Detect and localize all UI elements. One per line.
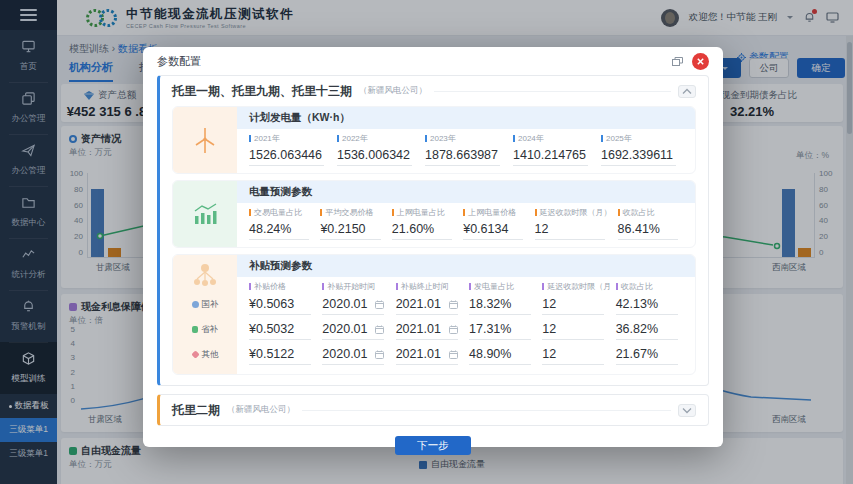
expand-button[interactable] xyxy=(678,404,696,417)
param-config-modal: 参数配置 托里一期、托里九期、托里十三期 （新疆风电公司） 计划发 xyxy=(143,47,723,447)
field-value-input[interactable]: 1692.339611 xyxy=(601,146,676,166)
close-button[interactable] xyxy=(692,53,709,70)
chevron-down-icon xyxy=(682,407,692,414)
field-label: 上网电量占比 xyxy=(397,207,445,218)
field-value-input[interactable]: ¥0.5063 xyxy=(249,295,311,315)
field-value-input[interactable]: ¥0.2150 xyxy=(320,220,380,240)
field-value-input[interactable]: 48.24% xyxy=(249,220,309,240)
subsidy-tree-icon xyxy=(192,262,218,289)
subsidy-row-label-provincial: 省补 xyxy=(192,317,218,342)
calendar-icon[interactable] xyxy=(375,325,384,334)
modal-header: 参数配置 xyxy=(157,47,709,75)
section-subtitle: （新疆风电公司） xyxy=(227,404,295,416)
field-label: 收款占比 xyxy=(623,207,655,218)
other-subsidy-icon xyxy=(191,350,199,358)
field-value-input[interactable]: 21.67% xyxy=(616,345,678,365)
subsidy-row-label-national: 国补 xyxy=(192,292,219,317)
date-value: 2021.01 xyxy=(396,322,441,336)
field-label: 平均交易价格 xyxy=(325,207,373,218)
field-label: 交易电量占比 xyxy=(254,207,302,218)
panel-title: 补贴预测参数 xyxy=(237,255,695,277)
field-value-input[interactable]: 1878.663987 xyxy=(425,146,500,166)
param-field: 交易电量占比 48.24% xyxy=(249,207,314,240)
date-picker-input[interactable]: 2021.01 xyxy=(396,295,458,315)
date-picker-input[interactable]: 2021.01 xyxy=(396,345,458,365)
field-label: 2021年 xyxy=(254,133,280,144)
field-value-input[interactable]: 12 xyxy=(535,220,606,240)
date-picker-input[interactable]: 2020.01 xyxy=(322,345,384,365)
next-step-button[interactable]: 下一步 xyxy=(395,436,471,455)
field-label: 延迟收款时限（月） xyxy=(540,207,612,218)
param-field: 2021年 1526.063446 xyxy=(249,133,331,166)
field-value-input[interactable]: 18.32% xyxy=(469,295,531,315)
param-field: 收款占比 86.41% xyxy=(618,207,683,240)
field-value-input[interactable]: ¥0.5122 xyxy=(249,345,311,365)
date-value: 2020.01 xyxy=(322,322,367,336)
param-field: 延迟收款时限（月） 12 xyxy=(535,207,612,240)
restore-icon xyxy=(672,57,683,66)
date-picker-input[interactable]: 2021.01 xyxy=(396,320,458,340)
field-label: 2022年 xyxy=(342,133,368,144)
section-subtitle: （新疆风电公司） xyxy=(359,85,427,97)
subsidy-row: ¥0.5122 2020.01 2021.01 48.90% 12 21.67% xyxy=(249,342,683,367)
collapse-button[interactable] xyxy=(678,85,696,98)
green-chart-icon xyxy=(192,202,218,226)
field-value-input[interactable]: 86.41% xyxy=(618,220,678,240)
calendar-icon[interactable] xyxy=(449,325,458,334)
panel-title: 计划发电量（KW·h） xyxy=(237,107,695,129)
date-value: 2021.01 xyxy=(396,347,441,361)
date-picker-input[interactable]: 2020.01 xyxy=(322,320,384,340)
param-field: 上网电量价格 ¥0.6134 xyxy=(463,207,528,240)
section-title: 托里二期 xyxy=(172,402,220,419)
project-section-1: 托里一期、托里九期、托里十三期 （新疆风电公司） 计划发电量（KW·h） 202… xyxy=(157,75,709,386)
column-header: 延迟收款时限（月） xyxy=(547,281,609,292)
field-label: 2023年 xyxy=(430,133,456,144)
national-subsidy-icon xyxy=(192,301,199,308)
chevron-up-icon xyxy=(682,88,692,95)
calendar-icon[interactable] xyxy=(449,300,458,309)
panel-title: 电量预测参数 xyxy=(237,181,695,203)
calendar-icon[interactable] xyxy=(375,300,384,309)
subsidy-row: ¥0.5063 2020.01 2021.01 18.32% 12 42.13% xyxy=(249,292,683,317)
divider xyxy=(434,91,671,92)
field-value-input[interactable]: 48.90% xyxy=(469,345,531,365)
calendar-icon[interactable] xyxy=(375,350,384,359)
power-forecast-panel: 电量预测参数 交易电量占比 48.24% 平均交易价格 ¥0.2150 上网电量… xyxy=(172,180,696,248)
field-value-input[interactable]: 1526.063446 xyxy=(249,146,324,166)
field-label: 2025年 xyxy=(606,133,632,144)
param-field: 上网电量占比 21.60% xyxy=(392,207,457,240)
field-value-input[interactable]: 1410.214765 xyxy=(513,146,588,166)
close-icon xyxy=(697,58,704,65)
column-header: 补贴终止时间 xyxy=(401,281,449,292)
subsidy-forecast-panel: 国补 省补 其他 补贴预测参数 补贴价格 补贴开始时间 补贴终止时间 发电量占比… xyxy=(172,254,696,375)
field-value-input[interactable]: ¥0.5032 xyxy=(249,320,311,340)
restore-window-button[interactable] xyxy=(672,52,683,70)
field-label: 上网电量价格 xyxy=(468,207,516,218)
field-value-input[interactable]: 1536.006342 xyxy=(337,146,412,166)
param-field: 2023年 1878.663987 xyxy=(425,133,507,166)
modal-title: 参数配置 xyxy=(157,54,201,69)
plan-generation-panel: 计划发电量（KW·h） 2021年 1526.063446 2022年 1536… xyxy=(172,106,696,174)
row-label-text: 省补 xyxy=(201,324,218,336)
section-title: 托里一期、托里九期、托里十三期 xyxy=(172,83,352,100)
field-value-input[interactable]: 12 xyxy=(542,320,604,340)
subsidy-row: ¥0.5032 2020.01 2021.01 17.31% 12 36.82% xyxy=(249,317,683,342)
project-section-2: 托里二期 （新疆风电公司） xyxy=(157,394,709,426)
date-picker-input[interactable]: 2020.01 xyxy=(322,295,384,315)
calendar-icon[interactable] xyxy=(449,350,458,359)
column-header: 补贴开始时间 xyxy=(327,281,375,292)
field-label: 2024年 xyxy=(518,133,544,144)
wind-turbine-icon xyxy=(192,125,218,155)
row-label-text: 国补 xyxy=(202,299,219,311)
param-field: 2024年 1410.214765 xyxy=(513,133,595,166)
field-value-input[interactable]: 42.13% xyxy=(616,295,678,315)
field-value-input[interactable]: 36.82% xyxy=(616,320,678,340)
provincial-subsidy-icon xyxy=(192,326,198,333)
field-value-input[interactable]: 21.60% xyxy=(392,220,452,240)
field-value-input[interactable]: ¥0.6134 xyxy=(463,220,523,240)
field-value-input[interactable]: 12 xyxy=(542,345,604,365)
row-label-text: 其他 xyxy=(202,349,219,361)
column-header: 发电量占比 xyxy=(474,281,514,292)
field-value-input[interactable]: 17.31% xyxy=(469,320,531,340)
field-value-input[interactable]: 12 xyxy=(542,295,604,315)
